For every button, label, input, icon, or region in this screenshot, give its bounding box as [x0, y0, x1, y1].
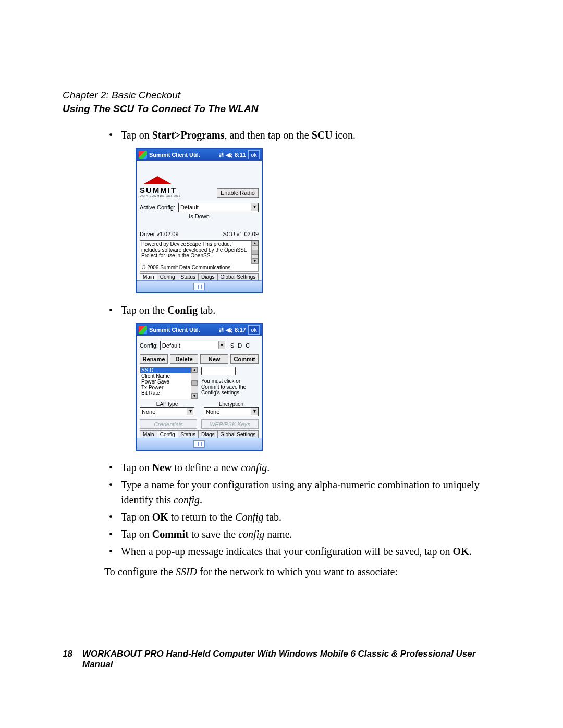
active-config-label: Active Config:: [140, 204, 175, 211]
page-number: 18: [63, 649, 75, 670]
encryption-select[interactable]: None: [204, 407, 259, 416]
summit-logo: SUMMIT DATA COMMUNICATIONS: [140, 176, 181, 198]
commit-button[interactable]: Commit: [230, 354, 259, 364]
step-item: Tap on New to define a new config.: [118, 460, 500, 475]
window-title-2: Summit Client Util.: [149, 327, 217, 333]
list-item[interactable]: Tx Power: [140, 385, 191, 390]
page-footer: 18 WORKABOUT PRO Hand-Held Computer With…: [63, 649, 500, 670]
signal-icon: ⇄: [219, 152, 224, 158]
new-button[interactable]: New: [200, 354, 228, 364]
tabbar-main: MainConfigStatusDiagsGlobal Settings: [140, 273, 259, 280]
footer-text: WORKABOUT PRO Hand-Held Computer With Wi…: [82, 649, 500, 670]
rename-button[interactable]: Rename: [140, 354, 168, 364]
active-config-select[interactable]: Default: [178, 203, 259, 212]
chapter-line: Chapter 2: Basic Checkout: [63, 89, 500, 102]
ok-button-2[interactable]: ok: [248, 325, 260, 335]
section-line: Using The SCU To Connect To The WLAN: [63, 102, 500, 116]
closing-paragraph: To configure the SSID for the network to…: [104, 564, 500, 579]
help-text: You must click on Commit to save the Con…: [201, 378, 259, 396]
start-icon[interactable]: [139, 326, 147, 334]
config-label: Config:: [140, 342, 158, 349]
speaker-icon: ◀ξ: [226, 327, 232, 334]
window-title: Summit Client Util.: [149, 152, 217, 158]
screenshot-main-tab: Summit Client Util. ⇄ ◀ξ 8:11 ok SUMMIT …: [136, 148, 263, 293]
step-item: Tap on OK to return to the Config tab.: [118, 510, 500, 525]
step-list-3: Tap on New to define a new config.Type a…: [104, 460, 500, 559]
disabled-button-row: CredentialsWEP/PSK Keys: [140, 419, 259, 429]
encryption-label: Encryption: [204, 401, 259, 407]
step-2: Tap on the Config tab.: [118, 303, 500, 318]
tab-global-settings[interactable]: Global Settings: [217, 273, 259, 280]
copyright: © 2006 Summit Data Communications: [140, 264, 259, 272]
chapter-header: Chapter 2: Basic Checkout Using The SCU …: [63, 89, 500, 115]
scu-version: SCU v1.02.09: [223, 231, 259, 237]
step-1: Tap on Start>Programs, and then tap on t…: [118, 128, 500, 143]
delete-button[interactable]: Delete: [170, 354, 198, 364]
step-list-2: Tap on the Config tab.: [104, 303, 500, 318]
eap-select[interactable]: None: [140, 407, 194, 416]
step-item: Tap on Commit to save the config name.: [118, 527, 500, 542]
clock-2: 8:17: [235, 327, 246, 333]
tab-diags[interactable]: Diags: [198, 430, 218, 438]
wm-titlebar-2: Summit Client Util. ⇄ ◀ξ 8:17 ok: [137, 324, 262, 336]
credentials-button[interactable]: Credentials: [140, 419, 197, 429]
tabbar-config: MainConfigStatusDiagsGlobal Settings: [140, 430, 259, 438]
property-listbox[interactable]: SSIDClient NamePower SaveTx PowerBit Rat…: [140, 367, 198, 399]
ok-button[interactable]: ok: [248, 150, 260, 159]
version-row: Driver v1.02.09 SCU v1.02.09: [140, 231, 259, 237]
list-item[interactable]: Client Name: [140, 373, 191, 379]
tab-main[interactable]: Main: [140, 430, 157, 438]
list-item[interactable]: SSID: [140, 367, 191, 373]
tab-main[interactable]: Main: [140, 273, 157, 280]
wep-psk-keys-button[interactable]: WEP/PSK Keys: [201, 419, 259, 429]
start-icon[interactable]: [139, 151, 147, 159]
tab-status[interactable]: Status: [178, 273, 199, 280]
driver-version: Driver v1.02.09: [140, 231, 179, 237]
list-item[interactable]: Power Save: [140, 379, 191, 385]
about-textbox: Powered by DeviceScape This product incl…: [140, 240, 259, 264]
speaker-icon: ◀ξ: [226, 152, 232, 158]
wm-titlebar: Summit Client Util. ⇄ ◀ξ 8:11 ok: [137, 149, 262, 161]
property-value-input[interactable]: [201, 367, 236, 375]
tab-status[interactable]: Status: [178, 430, 199, 438]
tab-config[interactable]: Config: [157, 430, 178, 438]
radio-status: Is Down: [140, 213, 259, 219]
tab-diags[interactable]: Diags: [198, 273, 218, 280]
step-item: When a pop-up message indicates that you…: [118, 544, 500, 559]
scrollbar[interactable]: ▴▾: [251, 241, 258, 264]
step-list-1: Tap on Start>Programs, and then tap on t…: [104, 128, 500, 143]
scrollbar[interactable]: ▴▾: [191, 367, 198, 399]
keyboard-icon[interactable]: [193, 440, 205, 448]
tab-global-settings[interactable]: Global Settings: [217, 430, 259, 438]
sdc-label: S D C: [230, 342, 251, 349]
eap-label: EAP type: [140, 401, 194, 407]
config-button-row: RenameDeleteNewCommit: [140, 354, 259, 364]
keyboard-icon[interactable]: [193, 283, 205, 290]
step-item: Type a name for your configuration using…: [118, 477, 500, 508]
wm-softbar-2: [137, 438, 262, 450]
clock: 8:11: [235, 152, 246, 158]
list-item[interactable]: Bit Rate: [140, 390, 191, 396]
wm-softbar: [137, 280, 262, 292]
signal-icon: ⇄: [219, 327, 224, 334]
enable-radio-button[interactable]: Enable Radio: [217, 188, 259, 198]
screenshot-config-tab: Summit Client Util. ⇄ ◀ξ 8:17 ok Config:…: [136, 323, 263, 451]
config-select[interactable]: Default: [160, 341, 226, 350]
tab-config[interactable]: Config: [157, 273, 178, 280]
